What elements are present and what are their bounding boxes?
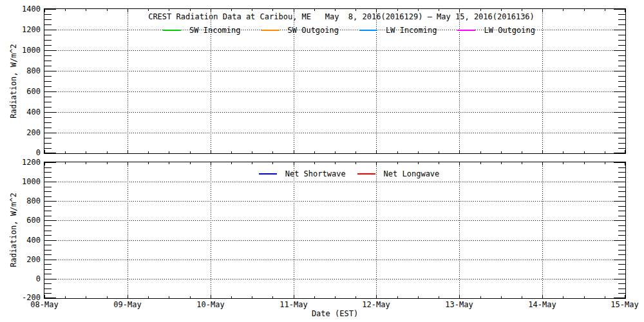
y-tick-left (44, 289, 52, 289)
y-tick-right (618, 107, 625, 108)
x-tick-bottom (335, 151, 336, 153)
x-tick-bottom (148, 151, 149, 153)
x-tick-bottom (128, 150, 128, 153)
y-tick-right (618, 250, 625, 251)
x-tick-top (169, 162, 169, 164)
y-tick-left (44, 66, 52, 66)
y-tick-label: 800 (26, 66, 41, 75)
y-tick-right (618, 122, 625, 123)
y-tick-left (44, 71, 56, 71)
x-tick-bottom (314, 151, 315, 153)
y-tick-right (614, 260, 625, 260)
x-tick-label: 13-May (445, 300, 473, 309)
x-tick-top (605, 9, 605, 11)
bottom-panel-legend: Net ShortwaveNet Longwave (44, 169, 626, 178)
y-tick-left (44, 61, 52, 61)
x-tick-label: 15-May (611, 300, 638, 309)
y-tick-label: 0 (36, 274, 41, 283)
legend-line (357, 173, 375, 175)
y-tick-right (614, 71, 625, 71)
y-tick-right (614, 50, 625, 51)
x-tick-label: 09-May (113, 300, 141, 309)
v-gridline (376, 162, 377, 298)
x-tick-label: 10-May (196, 300, 224, 309)
y-tick-label: 0 (36, 148, 41, 157)
y-tick-label: 400 (26, 108, 41, 117)
y-tick-left (44, 97, 52, 97)
x-tick-bottom (563, 296, 564, 298)
y-tick-right (618, 138, 625, 138)
x-tick-bottom (480, 296, 481, 298)
x-tick-bottom (252, 151, 252, 153)
h-gridline (44, 50, 625, 51)
y-tick-right (618, 81, 625, 82)
x-tick-bottom (190, 151, 191, 153)
x-tick-top (418, 162, 419, 164)
y-tick-right (618, 283, 625, 284)
y-tick-right (618, 117, 625, 118)
y-tick-right (618, 254, 625, 255)
x-tick-top (605, 162, 605, 164)
y-tick-label: 1000 (22, 46, 41, 55)
x-tick-bottom (65, 151, 66, 153)
x-tick-top (480, 162, 481, 164)
legend-item: SW Incoming (163, 26, 240, 35)
y-tick-right (618, 245, 625, 245)
y-tick-right (618, 211, 625, 211)
h-gridline (44, 91, 625, 92)
legend-label: SW Outgoing (288, 26, 339, 35)
x-tick-top (501, 162, 502, 164)
y-tick-left (44, 191, 52, 192)
x-tick-bottom (294, 295, 294, 298)
y-tick-right (618, 24, 625, 25)
x-tick-bottom (418, 151, 419, 153)
x-tick-bottom (542, 295, 543, 298)
x-tick-top (522, 9, 522, 11)
legend-item: Net Longwave (357, 169, 440, 178)
y-tick-left (44, 133, 56, 133)
y-tick-right (618, 76, 625, 77)
y-tick-right (618, 269, 625, 270)
y-tick-left (44, 211, 52, 211)
y-tick-left (44, 86, 52, 87)
v-gridline (294, 162, 294, 298)
x-tick-bottom (625, 150, 625, 153)
y-tick-label: 1200 (22, 25, 41, 34)
x-tick-bottom (231, 296, 232, 298)
y-tick-label: 1400 (22, 5, 41, 14)
x-tick-top (294, 162, 294, 166)
legend-item: LW Outgoing (457, 26, 535, 35)
y-tick-label: 1000 (22, 177, 41, 186)
y-tick-right (618, 66, 625, 66)
x-tick-top (65, 162, 66, 164)
y-tick-right (618, 61, 625, 61)
x-tick-bottom (211, 295, 211, 298)
x-tick-top (439, 162, 439, 164)
y-tick-right (618, 225, 625, 226)
x-tick-bottom (128, 295, 128, 298)
x-tick-top (86, 162, 86, 164)
y-tick-right (614, 220, 625, 221)
legend-line (261, 30, 279, 31)
y-tick-left (44, 167, 52, 168)
x-tick-top (190, 162, 191, 164)
y-tick-left (44, 216, 52, 216)
x-tick-bottom (211, 150, 211, 153)
x-tick-bottom (107, 151, 108, 153)
v-gridline (128, 162, 128, 298)
x-tick-top (44, 162, 45, 166)
y-tick-right (618, 40, 625, 41)
x-tick-top (148, 9, 149, 11)
x-tick-bottom (44, 150, 45, 153)
y-tick-left (44, 187, 52, 187)
y-tick-right (618, 102, 625, 102)
y-tick-left (44, 206, 52, 207)
x-tick-top (418, 9, 419, 11)
legend-label: Net Longwave (384, 169, 440, 178)
x-tick-bottom (376, 295, 377, 298)
y-tick-left (44, 81, 52, 82)
y-tick-right (618, 196, 625, 197)
y-tick-label: 200 (26, 128, 41, 137)
y-tick-right (614, 298, 625, 298)
y-tick-left (44, 245, 52, 245)
